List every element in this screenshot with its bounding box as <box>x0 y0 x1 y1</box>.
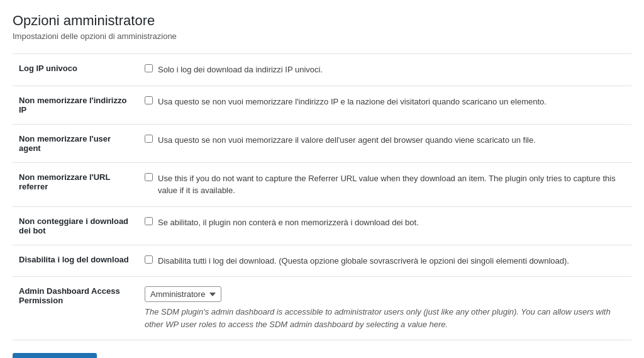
select-desc-admin-dashboard-access: The SDM plugin's admin dashboard is acce… <box>145 306 625 330</box>
checkbox-non-memorizzare-url-referrer[interactable] <box>145 173 153 181</box>
settings-row-non-memorizzare-user-agent: Non memorizzare l'user agentUsa questo s… <box>13 124 631 162</box>
checkbox-row-non-memorizzare-user-agent: Usa questo se non vuoi memorizzare il va… <box>145 134 625 147</box>
checkbox-log-ip-univoco[interactable] <box>145 64 153 72</box>
label-admin-dashboard-access: Admin Dashboard Access Permission <box>13 277 138 340</box>
desc-non-memorizzare-ip: Usa questo se non vuoi memorizzare l'ind… <box>158 96 547 108</box>
settings-row-log-ip-univoco: Log IP univocoSolo i log dei download da… <box>13 54 631 86</box>
checkbox-non-memorizzare-ip[interactable] <box>145 96 153 104</box>
settings-row-non-memorizzare-ip: Non memorizzare l'indirizzo IPUsa questo… <box>13 86 631 124</box>
value-non-conteggiare-bot: Se abilitato, il plugin non conterà e no… <box>138 206 631 245</box>
checkbox-disabilita-log-download[interactable] <box>145 255 153 264</box>
label-non-memorizzare-url-referrer: Non memorizzare l'URL referrer <box>13 162 138 206</box>
page-subtitle: Impostazioni delle opzioni di amministra… <box>13 31 631 41</box>
settings-row-non-conteggiare-bot: Non conteggiare i download dei botSe abi… <box>13 206 631 245</box>
checkbox-row-non-conteggiare-bot: Se abilitato, il plugin non conterà e no… <box>145 216 625 229</box>
label-non-conteggiare-bot: Non conteggiare i download dei bot <box>13 206 138 245</box>
checkbox-row-log-ip-univoco: Solo i log dei download da indirizzi IP … <box>145 64 625 76</box>
label-disabilita-log-download: Disabilita i log del download <box>13 245 138 277</box>
settings-row-non-memorizzare-url-referrer: Non memorizzare l'URL referrerUse this i… <box>13 162 631 206</box>
value-disabilita-log-download: Disabilita tutti i log dei download. (Qu… <box>138 245 631 277</box>
label-non-memorizzare-ip: Non memorizzare l'indirizzo IP <box>13 86 138 124</box>
checkbox-row-non-memorizzare-url-referrer: Use this if you do not want to capture t… <box>145 172 625 197</box>
settings-table: Log IP univocoSolo i log dei download da… <box>13 53 631 340</box>
value-admin-dashboard-access: AmministratoreEditorAutoreContributoreAb… <box>138 277 631 340</box>
checkbox-non-memorizzare-user-agent[interactable] <box>145 135 153 143</box>
desc-log-ip-univoco: Solo i log dei download da indirizzi IP … <box>158 64 323 76</box>
value-non-memorizzare-ip: Usa questo se non vuoi memorizzare l'ind… <box>138 86 631 124</box>
checkbox-row-non-memorizzare-ip: Usa questo se non vuoi memorizzare l'ind… <box>145 96 625 108</box>
checkbox-non-conteggiare-bot[interactable] <box>145 217 153 225</box>
page-title: Opzioni amministratore <box>13 13 631 29</box>
label-log-ip-univoco: Log IP univoco <box>13 54 138 86</box>
settings-row-disabilita-log-download: Disabilita i log del downloadDisabilita … <box>13 245 631 277</box>
desc-non-conteggiare-bot: Se abilitato, il plugin non conterà e no… <box>158 216 419 229</box>
desc-non-memorizzare-url-referrer: Use this if you do not want to capture t… <box>158 172 625 197</box>
select-wrapper-admin-dashboard-access: AmministratoreEditorAutoreContributoreAb… <box>145 286 625 302</box>
desc-disabilita-log-download: Disabilita tutti i log dei download. (Qu… <box>158 255 569 267</box>
label-non-memorizzare-user-agent: Non memorizzare l'user agent <box>13 124 138 162</box>
value-non-memorizzare-user-agent: Usa questo se non vuoi memorizzare il va… <box>138 124 631 162</box>
select-admin-dashboard-access[interactable]: AmministratoreEditorAutoreContributoreAb… <box>145 286 221 302</box>
save-button[interactable]: Salva le modifiche <box>13 353 97 358</box>
value-log-ip-univoco: Solo i log dei download da indirizzi IP … <box>138 54 631 86</box>
value-non-memorizzare-url-referrer: Use this if you do not want to capture t… <box>138 162 631 206</box>
checkbox-row-disabilita-log-download: Disabilita tutti i log dei download. (Qu… <box>145 255 625 267</box>
settings-row-admin-dashboard-access: Admin Dashboard Access PermissionAmminis… <box>13 277 631 340</box>
desc-non-memorizzare-user-agent: Usa questo se non vuoi memorizzare il va… <box>158 134 536 147</box>
